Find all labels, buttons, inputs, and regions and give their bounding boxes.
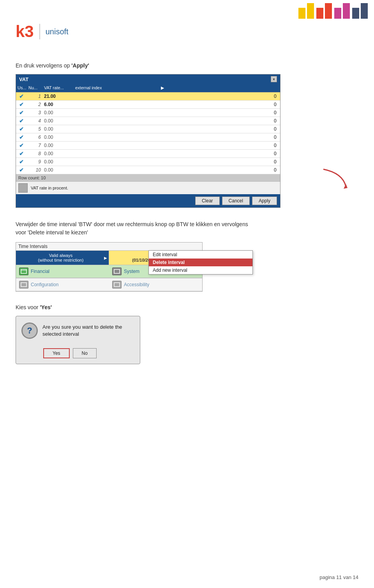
check-2: ✔ <box>16 101 27 108</box>
extra-9 <box>152 161 272 163</box>
instruction-1: En druk vervolgens op 'Apply' <box>16 62 358 69</box>
color-block-red-short <box>316 8 323 19</box>
ti-header-row: Valid always(without time restriction) ▶… <box>16 251 202 265</box>
right-1: 0 <box>272 93 280 100</box>
num-9: 9 <box>27 158 42 165</box>
logo-unisoft: unisoft <box>46 27 69 36</box>
ti-cell-valid[interactable]: Valid always(without time restriction) ▶ <box>16 251 109 265</box>
check-10: ✔ <box>16 166 27 174</box>
vat-row-9[interactable]: ✔ 9 0.00 0 <box>16 158 280 166</box>
vat-row-4[interactable]: ✔ 4 0.00 0 <box>16 117 280 125</box>
ctx-add-interval[interactable]: Add new interval <box>149 266 252 274</box>
ti-nav-row-2: Configuration Accessibility <box>16 278 202 291</box>
color-block-pink-short <box>334 8 341 19</box>
logo-3: 3 <box>25 22 34 41</box>
time-intervals-title: Time Intervals <box>16 243 202 251</box>
color-block-pink-tall <box>343 3 350 19</box>
col-use: Us... <box>16 85 27 91</box>
instruction-2: Verwijder de time interval 'BTW' door me… <box>16 220 358 237</box>
extra-6 <box>152 136 272 138</box>
vat-row-2[interactable]: ✔ 2 6.00 0 <box>16 101 280 109</box>
ti-icon-cell-config[interactable]: Configuration <box>16 278 109 291</box>
confirm-body: ? Are you sure you want to delete the se… <box>16 316 140 345</box>
red-arrow-annotation <box>319 165 351 194</box>
ext-7 <box>74 145 152 146</box>
extra-4 <box>152 120 272 122</box>
vat-row-7[interactable]: ✔ 7 0.00 0 <box>16 142 280 150</box>
cancel-button[interactable]: Cancel <box>222 197 250 205</box>
confirm-no-button[interactable]: No <box>73 348 97 358</box>
ctx-edit-interval[interactable]: Edit interval <box>149 251 252 259</box>
check-5: ✔ <box>16 125 27 133</box>
logo-k: k <box>16 22 25 41</box>
check-6: ✔ <box>16 133 27 141</box>
vat-title: VAT <box>19 76 28 82</box>
val-1: 21.00 <box>42 93 74 100</box>
col-nav[interactable]: ▶ <box>159 85 167 91</box>
confirm-dialog: ? Are you sure you want to delete the se… <box>16 316 140 364</box>
vat-row-3[interactable]: ✔ 3 0.00 0 <box>16 109 280 117</box>
vat-row-10[interactable]: ✔ 10 0.00 0 <box>16 166 280 174</box>
ext-6 <box>74 136 152 138</box>
check-7: ✔ <box>16 142 27 149</box>
logo-area: k3 unisoft <box>16 23 69 40</box>
ext-3 <box>74 112 152 113</box>
num-3: 3 <box>27 109 42 116</box>
instruction-3: Kies voor 'Yes' <box>16 304 358 310</box>
extra-10 <box>152 169 272 171</box>
vat-row-1[interactable]: ✔ 1 21.00 0 <box>16 92 280 101</box>
col-num: Nu... <box>27 85 42 91</box>
val-6: 0.00 <box>42 134 74 141</box>
num-5: 5 <box>27 126 42 133</box>
num-6: 6 <box>27 134 42 141</box>
check-9: ✔ <box>16 158 27 166</box>
time-intervals-panel: Time Intervals Valid always(without time… <box>16 242 203 292</box>
vat-row-6[interactable]: ✔ 6 0.00 0 <box>16 133 280 142</box>
ext-1 <box>74 96 152 97</box>
apply-button[interactable]: Apply <box>252 197 277 205</box>
system-icon <box>112 267 122 275</box>
red-arrow-svg <box>319 165 351 193</box>
right-2: 0 <box>272 101 280 108</box>
num-8: 8 <box>27 150 42 157</box>
confirm-question-icon: ? <box>21 322 38 339</box>
extra-2 <box>152 104 272 105</box>
clear-button[interactable]: Clear <box>195 197 220 205</box>
vat-annotation-wrapper: VAT × Us... Nu... VAT rate... external i… <box>16 74 358 208</box>
val-3: 0.00 <box>42 109 74 116</box>
vat-row-count: Row count: 10 <box>16 174 280 181</box>
vat-row-5[interactable]: ✔ 5 0.00 0 <box>16 125 280 133</box>
config-icon <box>19 281 28 289</box>
val-8: 0.00 <box>42 150 74 157</box>
right-5: 0 <box>272 126 280 133</box>
ti-icon-cell-financial[interactable]: Financial <box>16 265 109 278</box>
vat-table-header: Us... Nu... VAT rate... external index ▶ <box>16 84 280 92</box>
color-group-2 <box>316 3 332 19</box>
ctx-delete-interval[interactable]: Delete interval <box>149 259 252 266</box>
financial-icon <box>19 267 28 275</box>
color-group-1 <box>298 3 314 19</box>
extra-5 <box>152 128 272 130</box>
confirm-yes-button[interactable]: Yes <box>43 348 70 358</box>
color-block-red-tall <box>325 3 332 19</box>
check-8: ✔ <box>16 150 27 158</box>
ti-icon-cell-access[interactable]: Accessibility <box>109 278 202 291</box>
num-10: 10 <box>27 166 42 174</box>
confirm-buttons: Yes No <box>16 345 140 364</box>
val-4: 0.00 <box>42 117 74 124</box>
svg-rect-1 <box>21 269 26 273</box>
vat-close-button[interactable]: × <box>271 76 277 82</box>
check-3: ✔ <box>16 109 27 117</box>
extra-7 <box>152 145 272 146</box>
right-7: 0 <box>272 142 280 149</box>
svg-rect-3 <box>114 269 120 273</box>
vat-titlebar: VAT × <box>16 74 280 84</box>
vat-row-8[interactable]: ✔ 8 0.00 0 <box>16 150 280 158</box>
vat-info-text: VAT rate in procent. <box>31 186 68 190</box>
ext-2 <box>74 104 152 105</box>
right-9: 0 <box>272 158 280 165</box>
context-menu: Edit interval Delete interval Add new in… <box>148 250 253 275</box>
num-4: 4 <box>27 117 42 124</box>
color-block-yellow-tall <box>307 3 314 19</box>
right-10: 0 <box>272 166 280 174</box>
